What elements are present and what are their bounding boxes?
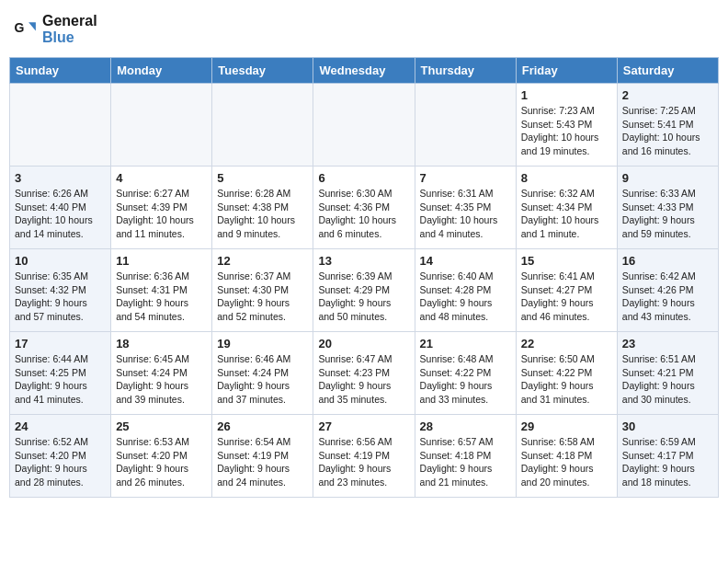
calendar-cell <box>212 84 313 167</box>
calendar-cell: 4Sunrise: 6:27 AM Sunset: 4:39 PM Daylig… <box>111 167 212 249</box>
calendar-cell: 15Sunrise: 6:41 AM Sunset: 4:27 PM Dayli… <box>516 249 617 332</box>
day-number: 11 <box>116 254 207 268</box>
logo: G General Blue <box>9 9 101 50</box>
calendar-cell <box>111 84 212 167</box>
calendar-cell: 29Sunrise: 6:58 AM Sunset: 4:18 PM Dayli… <box>516 415 617 498</box>
calendar-cell: 9Sunrise: 6:33 AM Sunset: 4:33 PM Daylig… <box>617 167 718 249</box>
day-number: 12 <box>217 254 308 268</box>
svg-text:G: G <box>15 20 25 35</box>
calendar-cell <box>10 84 111 167</box>
day-info: Sunrise: 6:40 AM Sunset: 4:28 PM Dayligh… <box>420 270 511 324</box>
day-number: 3 <box>15 171 106 185</box>
day-number: 20 <box>318 337 409 350</box>
day-number: 8 <box>521 171 612 185</box>
day-info: Sunrise: 6:51 AM Sunset: 4:21 PM Dayligh… <box>622 352 713 407</box>
calendar-cell: 11Sunrise: 6:36 AM Sunset: 4:31 PM Dayli… <box>111 249 212 332</box>
calendar-cell: 21Sunrise: 6:48 AM Sunset: 4:22 PM Dayli… <box>415 332 516 415</box>
day-number: 16 <box>622 254 713 268</box>
calendar-cell: 25Sunrise: 6:53 AM Sunset: 4:20 PM Dayli… <box>111 415 212 498</box>
calendar-cell <box>415 84 516 167</box>
day-info: Sunrise: 6:28 AM Sunset: 4:38 PM Dayligh… <box>217 187 308 241</box>
day-info: Sunrise: 6:56 AM Sunset: 4:19 PM Dayligh… <box>318 435 409 489</box>
day-info: Sunrise: 6:37 AM Sunset: 4:30 PM Dayligh… <box>217 270 308 324</box>
calendar-week-row: 17Sunrise: 6:44 AM Sunset: 4:25 PM Dayli… <box>10 332 719 415</box>
logo-text: General Blue <box>42 13 97 46</box>
calendar-cell: 7Sunrise: 6:31 AM Sunset: 4:35 PM Daylig… <box>415 167 516 249</box>
day-info: Sunrise: 6:46 AM Sunset: 4:24 PM Dayligh… <box>217 352 308 407</box>
day-info: Sunrise: 6:45 AM Sunset: 4:24 PM Dayligh… <box>116 352 207 407</box>
weekday-header-thursday: Thursday <box>415 58 516 84</box>
day-info: Sunrise: 6:57 AM Sunset: 4:18 PM Dayligh… <box>420 435 511 489</box>
calendar-week-row: 24Sunrise: 6:52 AM Sunset: 4:20 PM Dayli… <box>10 415 719 498</box>
calendar-cell: 5Sunrise: 6:28 AM Sunset: 4:38 PM Daylig… <box>212 167 313 249</box>
day-number: 2 <box>622 88 713 102</box>
weekday-header-monday: Monday <box>111 58 212 84</box>
calendar-cell: 3Sunrise: 6:26 AM Sunset: 4:40 PM Daylig… <box>10 167 111 249</box>
calendar-cell: 12Sunrise: 6:37 AM Sunset: 4:30 PM Dayli… <box>212 249 313 332</box>
calendar-cell: 8Sunrise: 6:32 AM Sunset: 4:34 PM Daylig… <box>516 167 617 249</box>
day-number: 13 <box>318 254 409 268</box>
day-info: Sunrise: 6:27 AM Sunset: 4:39 PM Dayligh… <box>116 187 207 241</box>
calendar-cell: 27Sunrise: 6:56 AM Sunset: 4:19 PM Dayli… <box>313 415 415 498</box>
day-info: Sunrise: 7:25 AM Sunset: 5:41 PM Dayligh… <box>622 104 713 158</box>
day-number: 28 <box>420 419 511 433</box>
weekday-header-row: SundayMondayTuesdayWednesdayThursdayFrid… <box>10 58 719 84</box>
calendar-table: SundayMondayTuesdayWednesdayThursdayFrid… <box>9 57 719 498</box>
day-info: Sunrise: 6:30 AM Sunset: 4:36 PM Dayligh… <box>318 187 409 241</box>
day-number: 14 <box>420 254 511 268</box>
day-info: Sunrise: 6:59 AM Sunset: 4:17 PM Dayligh… <box>622 435 713 489</box>
calendar-week-row: 3Sunrise: 6:26 AM Sunset: 4:40 PM Daylig… <box>10 167 719 249</box>
day-info: Sunrise: 6:48 AM Sunset: 4:22 PM Dayligh… <box>420 352 511 407</box>
weekday-header-saturday: Saturday <box>617 58 718 84</box>
day-number: 29 <box>521 419 612 433</box>
day-number: 6 <box>318 171 409 185</box>
day-number: 17 <box>15 337 106 350</box>
calendar-cell: 24Sunrise: 6:52 AM Sunset: 4:20 PM Dayli… <box>10 415 111 498</box>
calendar-cell: 1Sunrise: 7:23 AM Sunset: 5:43 PM Daylig… <box>516 84 617 167</box>
weekday-header-wednesday: Wednesday <box>313 58 415 84</box>
day-number: 10 <box>15 254 106 268</box>
day-info: Sunrise: 6:47 AM Sunset: 4:23 PM Dayligh… <box>318 352 409 407</box>
day-number: 27 <box>318 419 409 433</box>
day-number: 22 <box>521 337 612 350</box>
day-number: 7 <box>420 171 511 185</box>
calendar-cell: 6Sunrise: 6:30 AM Sunset: 4:36 PM Daylig… <box>313 167 415 249</box>
weekday-header-friday: Friday <box>516 58 617 84</box>
calendar-cell: 28Sunrise: 6:57 AM Sunset: 4:18 PM Dayli… <box>415 415 516 498</box>
calendar-cell: 19Sunrise: 6:46 AM Sunset: 4:24 PM Dayli… <box>212 332 313 415</box>
day-number: 21 <box>420 337 511 350</box>
calendar-cell: 23Sunrise: 6:51 AM Sunset: 4:21 PM Dayli… <box>617 332 718 415</box>
logo-icon: G <box>13 17 39 42</box>
calendar-cell: 14Sunrise: 6:40 AM Sunset: 4:28 PM Dayli… <box>415 249 516 332</box>
day-number: 9 <box>622 171 713 185</box>
day-info: Sunrise: 6:42 AM Sunset: 4:26 PM Dayligh… <box>622 270 713 324</box>
day-info: Sunrise: 6:26 AM Sunset: 4:40 PM Dayligh… <box>15 187 106 241</box>
weekday-header-sunday: Sunday <box>10 58 111 84</box>
calendar-cell: 20Sunrise: 6:47 AM Sunset: 4:23 PM Dayli… <box>313 332 415 415</box>
calendar-cell: 22Sunrise: 6:50 AM Sunset: 4:22 PM Dayli… <box>516 332 617 415</box>
day-info: Sunrise: 7:23 AM Sunset: 5:43 PM Dayligh… <box>521 104 612 158</box>
day-info: Sunrise: 6:32 AM Sunset: 4:34 PM Dayligh… <box>521 187 612 241</box>
calendar-cell: 10Sunrise: 6:35 AM Sunset: 4:32 PM Dayli… <box>10 249 111 332</box>
day-info: Sunrise: 6:50 AM Sunset: 4:22 PM Dayligh… <box>521 352 612 407</box>
day-info: Sunrise: 6:52 AM Sunset: 4:20 PM Dayligh… <box>15 435 106 489</box>
day-info: Sunrise: 6:33 AM Sunset: 4:33 PM Dayligh… <box>622 187 713 241</box>
calendar-cell <box>313 84 415 167</box>
day-number: 25 <box>116 419 207 433</box>
day-info: Sunrise: 6:53 AM Sunset: 4:20 PM Dayligh… <box>116 435 207 489</box>
day-info: Sunrise: 6:54 AM Sunset: 4:19 PM Dayligh… <box>217 435 308 489</box>
calendar-cell: 26Sunrise: 6:54 AM Sunset: 4:19 PM Dayli… <box>212 415 313 498</box>
calendar-cell: 18Sunrise: 6:45 AM Sunset: 4:24 PM Dayli… <box>111 332 212 415</box>
day-number: 1 <box>521 88 612 102</box>
calendar-cell: 2Sunrise: 7:25 AM Sunset: 5:41 PM Daylig… <box>617 84 718 167</box>
day-number: 30 <box>622 419 713 433</box>
day-info: Sunrise: 6:39 AM Sunset: 4:29 PM Dayligh… <box>318 270 409 324</box>
calendar-cell: 16Sunrise: 6:42 AM Sunset: 4:26 PM Dayli… <box>617 249 718 332</box>
day-number: 18 <box>116 337 207 350</box>
weekday-header-tuesday: Tuesday <box>212 58 313 84</box>
day-info: Sunrise: 6:31 AM Sunset: 4:35 PM Dayligh… <box>420 187 511 241</box>
svg-marker-1 <box>28 22 36 30</box>
header: G General Blue <box>9 9 719 50</box>
calendar-cell: 30Sunrise: 6:59 AM Sunset: 4:17 PM Dayli… <box>617 415 718 498</box>
day-info: Sunrise: 6:44 AM Sunset: 4:25 PM Dayligh… <box>15 352 106 407</box>
